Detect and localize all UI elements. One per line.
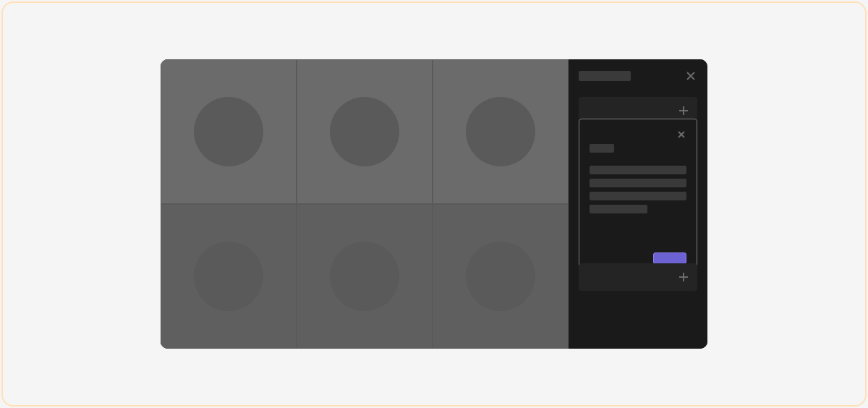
- popup-text-line: [590, 166, 686, 174]
- grid-cell[interactable]: [161, 59, 297, 204]
- avatar-placeholder-icon: [194, 242, 263, 311]
- add-panel-button[interactable]: [677, 271, 690, 284]
- grid-cell[interactable]: [433, 204, 569, 349]
- grid-cell[interactable]: [297, 204, 433, 349]
- popup-action-button[interactable]: [653, 252, 686, 264]
- close-popup-button[interactable]: [676, 129, 686, 140]
- plus-icon: [678, 105, 689, 116]
- main-grid: [161, 59, 569, 349]
- popup-text-line: [590, 192, 686, 200]
- close-icon: [677, 130, 686, 139]
- add-panel-button[interactable]: [677, 104, 690, 117]
- close-sidebar-button[interactable]: [684, 69, 697, 82]
- sidebar: [569, 59, 707, 349]
- grid-cell[interactable]: [161, 204, 297, 349]
- app-window: [161, 59, 707, 349]
- popup-description: [590, 166, 686, 213]
- plus-icon: [678, 271, 689, 283]
- outer-card: [1, 1, 867, 407]
- popup-text-line: [590, 179, 686, 187]
- sidebar-title: [579, 71, 631, 81]
- sidebar-header: [579, 69, 697, 82]
- close-icon: [686, 71, 696, 81]
- avatar-placeholder-icon: [466, 97, 535, 166]
- popup-footer: [590, 252, 686, 264]
- panel-bar[interactable]: [579, 263, 697, 291]
- avatar-placeholder-icon: [330, 242, 399, 311]
- grid-cell[interactable]: [297, 59, 433, 204]
- popup-header: [590, 129, 686, 140]
- popup-text-line: [590, 205, 647, 213]
- popup-dialog: [579, 119, 697, 275]
- avatar-placeholder-icon: [466, 242, 535, 311]
- avatar-placeholder-icon: [194, 97, 263, 166]
- grid-cell[interactable]: [433, 59, 569, 204]
- popup-label: [590, 144, 614, 153]
- avatar-placeholder-icon: [330, 97, 399, 166]
